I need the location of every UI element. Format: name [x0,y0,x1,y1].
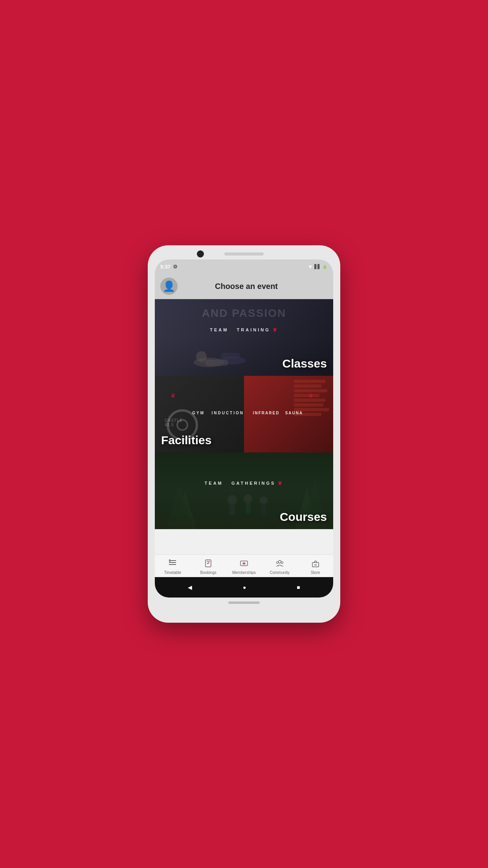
avatar[interactable]: 👤 [160,278,178,295]
store-icon [311,559,320,569]
bookings-label: Bookings [200,570,216,575]
camera [197,250,204,257]
android-nav: ◀ ● ■ [155,577,333,598]
gym-inner-label: GYM INDUCTION [192,410,244,415]
castle-text: CASTLE42.5 [165,418,183,427]
bookings-icon [204,559,213,569]
community-icon [275,559,284,569]
nav-community[interactable]: Community [267,559,292,575]
nav-bookings[interactable]: Bookings [196,559,221,575]
phone-bottom-bar [155,598,333,604]
community-label: Community [270,570,290,575]
svg-point-12 [244,495,252,503]
memberships-label: Memberships [232,570,256,575]
classes-card[interactable]: AND PASSION TEAM TRAINING [155,299,333,376]
classes-inner-text: TEAM TRAINING [210,327,270,332]
recent-button[interactable]: ■ [297,584,300,590]
svg-point-10 [227,495,237,504]
store-label: Store [311,570,320,575]
signal-icon: ▋▋ [314,264,321,269]
svg-rect-15 [261,504,266,515]
page-title: Choose an event [182,282,328,291]
nav-store[interactable]: Store [303,559,328,575]
status-left: 5:37 ⚙ [160,264,178,270]
svg-point-14 [260,497,268,504]
timetable-icon [168,559,177,569]
memberships-icon [240,559,248,569]
svg-rect-13 [246,503,251,514]
courses-card[interactable]: TEAM GATHERINGS ♛ Courses [155,452,333,529]
wifi-icon: ▼ [308,264,313,270]
timetable-label: Timetable [164,570,182,575]
svg-rect-4 [221,353,240,358]
main-content: AND PASSION TEAM TRAINING [155,299,333,554]
classes-inner-label: TEAM TRAINING ♛ [210,327,278,333]
svg-rect-21 [207,561,210,562]
phone-top-bar [155,252,333,259]
classes-label: Classes [283,357,327,370]
avatar-icon: 👤 [163,280,175,292]
home-indicator [228,601,260,604]
status-right: ▼ ▋▋ 🔋 [308,264,328,270]
home-button[interactable]: ● [243,584,246,590]
svg-rect-28 [314,564,317,566]
bottom-nav: Timetable Bookings [155,554,333,577]
svg-marker-23 [242,562,246,565]
svg-rect-18 [169,564,176,565]
time-display: 5:37 [160,264,171,270]
status-bar: 5:37 ⚙ ▼ ▋▋ 🔋 [155,259,333,274]
courses-inner-text: TEAM GATHERINGS [205,481,276,485]
svg-rect-3 [205,360,228,366]
courses-crown-icon: ♛ [278,480,283,486]
svg-point-26 [281,561,283,563]
svg-rect-19 [169,559,171,562]
classes-deco-text: AND PASSION [202,307,286,320]
facilities-label: Facilities [161,434,211,447]
facilities-card[interactable]: CASTLE42.5 ♛ [155,376,333,452]
settings-icon: ⚙ [173,264,178,270]
phone-screen: 5:37 ⚙ ▼ ▋▋ 🔋 👤 Choose an event AND PA [155,259,333,598]
svg-rect-11 [229,504,235,515]
app-header: 👤 Choose an event [155,274,333,299]
svg-point-24 [278,560,281,563]
nav-memberships[interactable]: Memberships [231,559,257,575]
svg-rect-17 [169,562,176,563]
svg-point-25 [276,561,278,563]
back-button[interactable]: ◀ [188,584,192,590]
svg-point-2 [196,351,207,362]
speaker [224,252,264,256]
battery-icon: 🔋 [322,264,328,269]
sauna-crown-icon: ♛ [308,392,314,399]
gym-crown-icon: ♛ [171,392,176,399]
phone-frame: 5:37 ⚙ ▼ ▋▋ 🔋 👤 Choose an event AND PA [148,245,340,623]
classes-crown-icon: ♛ [273,327,278,333]
sauna-inner-label: INFRARED SAUNA [253,410,303,415]
courses-label: Courses [280,510,327,524]
courses-inner-label: TEAM GATHERINGS ♛ [205,480,284,486]
nav-timetable[interactable]: Timetable [160,559,185,575]
